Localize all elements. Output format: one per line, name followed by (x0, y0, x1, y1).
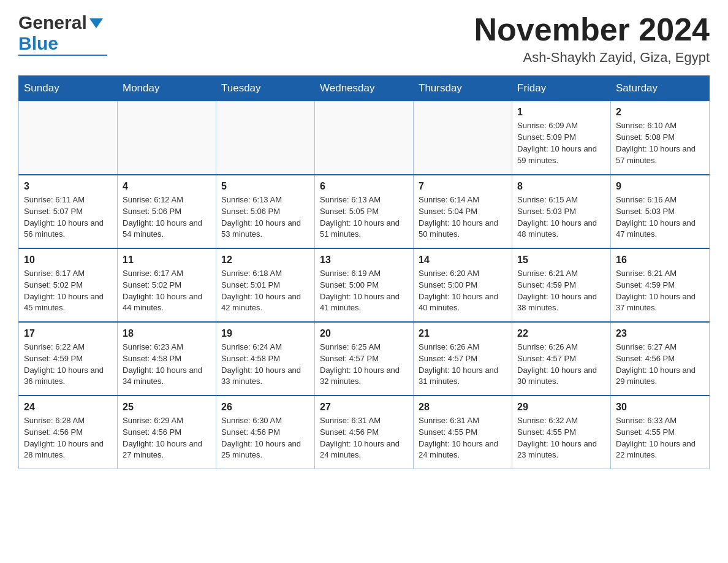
logo: General Blue (18, 12, 107, 56)
day-number: 16 (616, 253, 704, 267)
day-number: 14 (419, 253, 507, 267)
calendar-cell: 1Sunrise: 6:09 AMSunset: 5:09 PMDaylight… (512, 101, 611, 175)
day-number: 6 (320, 179, 408, 193)
day-number: 9 (616, 179, 704, 193)
calendar-cell: 25Sunrise: 6:29 AMSunset: 4:56 PMDayligh… (118, 396, 216, 469)
weekday-header-friday: Friday (512, 76, 611, 101)
day-info: Sunrise: 6:10 AMSunset: 5:08 PMDaylight:… (616, 120, 704, 166)
day-number: 3 (24, 179, 112, 193)
calendar-week-row: 17Sunrise: 6:22 AMSunset: 4:59 PMDayligh… (19, 322, 710, 396)
calendar-cell: 17Sunrise: 6:22 AMSunset: 4:59 PMDayligh… (19, 322, 118, 396)
day-number: 4 (123, 179, 211, 193)
day-number: 11 (123, 253, 211, 267)
day-number: 13 (320, 253, 408, 267)
calendar-cell: 23Sunrise: 6:27 AMSunset: 4:56 PMDayligh… (611, 322, 710, 396)
calendar-cell: 14Sunrise: 6:20 AMSunset: 5:00 PMDayligh… (414, 248, 512, 322)
logo-underline (18, 55, 107, 56)
calendar-cell: 27Sunrise: 6:31 AMSunset: 4:56 PMDayligh… (315, 396, 414, 469)
calendar-cell (216, 101, 315, 175)
day-number: 15 (517, 253, 605, 267)
calendar-cell: 29Sunrise: 6:32 AMSunset: 4:55 PMDayligh… (512, 396, 611, 469)
calendar-cell: 21Sunrise: 6:26 AMSunset: 4:57 PMDayligh… (414, 322, 512, 396)
day-number: 24 (24, 400, 112, 414)
day-number: 30 (616, 400, 704, 414)
day-number: 12 (221, 253, 309, 267)
day-number: 26 (221, 400, 309, 414)
day-number: 2 (616, 105, 704, 119)
day-number: 21 (419, 326, 507, 340)
day-info: Sunrise: 6:14 AMSunset: 5:04 PMDaylight:… (419, 194, 507, 240)
day-number: 25 (123, 400, 211, 414)
logo-blue-text: Blue (18, 33, 58, 54)
calendar-cell: 6Sunrise: 6:13 AMSunset: 5:05 PMDaylight… (315, 175, 414, 248)
day-number: 8 (517, 179, 605, 193)
logo-general-text: General (18, 12, 87, 33)
calendar-cell: 22Sunrise: 6:26 AMSunset: 4:57 PMDayligh… (512, 322, 611, 396)
day-number: 18 (123, 326, 211, 340)
day-info: Sunrise: 6:30 AMSunset: 4:56 PMDaylight:… (221, 415, 309, 461)
logo-triangle-icon (89, 18, 103, 31)
page-header: General Blue November 2024 Ash-Shaykh Za… (18, 12, 710, 66)
day-info: Sunrise: 6:17 AMSunset: 5:02 PMDaylight:… (24, 268, 112, 314)
day-info: Sunrise: 6:31 AMSunset: 4:55 PMDaylight:… (419, 415, 507, 461)
weekday-header-tuesday: Tuesday (216, 76, 315, 101)
calendar-cell: 9Sunrise: 6:16 AMSunset: 5:03 PMDaylight… (611, 175, 710, 248)
calendar-week-row: 1Sunrise: 6:09 AMSunset: 5:09 PMDaylight… (19, 101, 710, 175)
calendar-week-row: 24Sunrise: 6:28 AMSunset: 4:56 PMDayligh… (19, 396, 710, 469)
calendar-cell: 2Sunrise: 6:10 AMSunset: 5:08 PMDaylight… (611, 101, 710, 175)
day-number: 10 (24, 253, 112, 267)
day-info: Sunrise: 6:17 AMSunset: 5:02 PMDaylight:… (123, 268, 211, 314)
day-info: Sunrise: 6:29 AMSunset: 4:56 PMDaylight:… (123, 415, 211, 461)
day-info: Sunrise: 6:13 AMSunset: 5:06 PMDaylight:… (221, 194, 309, 240)
calendar-cell: 8Sunrise: 6:15 AMSunset: 5:03 PMDaylight… (512, 175, 611, 248)
calendar-cell: 15Sunrise: 6:21 AMSunset: 4:59 PMDayligh… (512, 248, 611, 322)
calendar-cell: 3Sunrise: 6:11 AMSunset: 5:07 PMDaylight… (19, 175, 118, 248)
calendar-cell (315, 101, 414, 175)
day-info: Sunrise: 6:15 AMSunset: 5:03 PMDaylight:… (517, 194, 605, 240)
calendar-cell (414, 101, 512, 175)
day-number: 29 (517, 400, 605, 414)
calendar-cell (19, 101, 118, 175)
day-number: 5 (221, 179, 309, 193)
calendar-cell: 11Sunrise: 6:17 AMSunset: 5:02 PMDayligh… (118, 248, 216, 322)
calendar-table: SundayMondayTuesdayWednesdayThursdayFrid… (18, 75, 710, 469)
day-info: Sunrise: 6:09 AMSunset: 5:09 PMDaylight:… (517, 120, 605, 166)
day-info: Sunrise: 6:20 AMSunset: 5:00 PMDaylight:… (419, 268, 507, 314)
calendar-cell: 12Sunrise: 6:18 AMSunset: 5:01 PMDayligh… (216, 248, 315, 322)
day-info: Sunrise: 6:12 AMSunset: 5:06 PMDaylight:… (123, 194, 211, 240)
day-info: Sunrise: 6:23 AMSunset: 4:58 PMDaylight:… (123, 342, 211, 388)
calendar-cell: 5Sunrise: 6:13 AMSunset: 5:06 PMDaylight… (216, 175, 315, 248)
weekday-header-monday: Monday (118, 76, 216, 101)
day-info: Sunrise: 6:26 AMSunset: 4:57 PMDaylight:… (517, 342, 605, 388)
title-block: November 2024 Ash-Shaykh Zayid, Giza, Eg… (474, 12, 710, 66)
calendar-cell: 28Sunrise: 6:31 AMSunset: 4:55 PMDayligh… (414, 396, 512, 469)
day-info: Sunrise: 6:21 AMSunset: 4:59 PMDaylight:… (616, 268, 704, 314)
day-info: Sunrise: 6:25 AMSunset: 4:57 PMDaylight:… (320, 342, 408, 388)
calendar-cell: 24Sunrise: 6:28 AMSunset: 4:56 PMDayligh… (19, 396, 118, 469)
calendar-cell: 18Sunrise: 6:23 AMSunset: 4:58 PMDayligh… (118, 322, 216, 396)
calendar-cell: 19Sunrise: 6:24 AMSunset: 4:58 PMDayligh… (216, 322, 315, 396)
day-info: Sunrise: 6:28 AMSunset: 4:56 PMDaylight:… (24, 415, 112, 461)
day-info: Sunrise: 6:19 AMSunset: 5:00 PMDaylight:… (320, 268, 408, 314)
calendar-cell: 30Sunrise: 6:33 AMSunset: 4:55 PMDayligh… (611, 396, 710, 469)
weekday-header-wednesday: Wednesday (315, 76, 414, 101)
day-info: Sunrise: 6:16 AMSunset: 5:03 PMDaylight:… (616, 194, 704, 240)
day-info: Sunrise: 6:32 AMSunset: 4:55 PMDaylight:… (517, 415, 605, 461)
svg-marker-0 (89, 18, 103, 28)
calendar-cell (118, 101, 216, 175)
weekday-header-thursday: Thursday (414, 76, 512, 101)
calendar-cell: 16Sunrise: 6:21 AMSunset: 4:59 PMDayligh… (611, 248, 710, 322)
month-title: November 2024 (474, 12, 710, 47)
day-info: Sunrise: 6:31 AMSunset: 4:56 PMDaylight:… (320, 415, 408, 461)
day-info: Sunrise: 6:11 AMSunset: 5:07 PMDaylight:… (24, 194, 112, 240)
weekday-header-row: SundayMondayTuesdayWednesdayThursdayFrid… (19, 76, 710, 101)
calendar-cell: 13Sunrise: 6:19 AMSunset: 5:00 PMDayligh… (315, 248, 414, 322)
day-number: 17 (24, 326, 112, 340)
calendar-cell: 4Sunrise: 6:12 AMSunset: 5:06 PMDaylight… (118, 175, 216, 248)
day-number: 1 (517, 105, 605, 119)
calendar-cell: 20Sunrise: 6:25 AMSunset: 4:57 PMDayligh… (315, 322, 414, 396)
weekday-header-saturday: Saturday (611, 76, 710, 101)
day-number: 19 (221, 326, 309, 340)
day-info: Sunrise: 6:13 AMSunset: 5:05 PMDaylight:… (320, 194, 408, 240)
day-info: Sunrise: 6:22 AMSunset: 4:59 PMDaylight:… (24, 342, 112, 388)
